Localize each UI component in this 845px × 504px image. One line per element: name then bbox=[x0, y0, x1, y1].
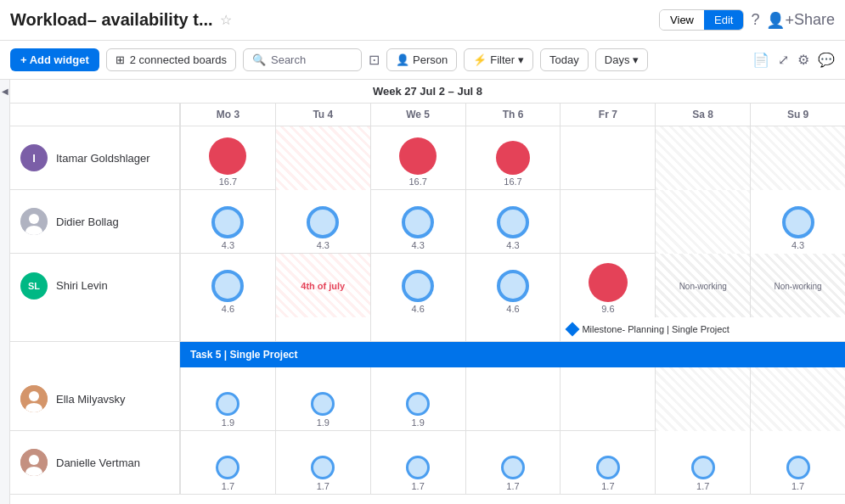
copy-icon[interactable]: ⊡ bbox=[369, 52, 380, 68]
milestone-grid: Milestone- Planning | Single Project bbox=[180, 317, 845, 341]
person-name-danielle: Danielle Vertman bbox=[56, 456, 140, 469]
circle-normal bbox=[211, 206, 244, 238]
cell-didier-mo: 4.3 bbox=[180, 190, 275, 254]
circle-small bbox=[406, 456, 430, 479]
circle-normal bbox=[782, 206, 814, 238]
settings-icon[interactable]: ⚙ bbox=[797, 52, 809, 68]
circle-small bbox=[216, 456, 239, 479]
cell-danielle-tu: 1.7 bbox=[275, 431, 370, 495]
ms-cell-fr-span: Milestone- Planning | Single Project bbox=[560, 317, 845, 341]
cell-itamar-su bbox=[750, 126, 845, 190]
cell-ella-th bbox=[465, 367, 561, 431]
cell-itamar-th: 16.7 bbox=[465, 126, 561, 190]
cell-itamar-tu bbox=[275, 126, 370, 190]
task-bar: Task 5 | Single Project bbox=[180, 342, 845, 367]
cell-itamar-mo: 16.7 bbox=[180, 126, 275, 190]
day-header-mo: Mo 3 bbox=[180, 104, 275, 126]
favorite-icon[interactable]: ☆ bbox=[220, 12, 232, 28]
search-box[interactable]: 🔍 Search bbox=[243, 48, 362, 71]
person-row-itamar: I Itamar Goldshlager 16.7 16.7 bbox=[10, 126, 845, 190]
cell-value: 4.3 bbox=[506, 240, 519, 250]
share-button[interactable]: 👤+ Share bbox=[766, 11, 835, 30]
export-icon[interactable]: 📄 bbox=[752, 52, 769, 68]
cell-danielle-th: 1.7 bbox=[465, 431, 561, 495]
days-selector[interactable]: Days ▾ bbox=[595, 48, 649, 71]
main-area: ◀ Week 27 Jul 2 – Jul 8 Mo 3 Tu 4 We 5 T… bbox=[0, 80, 845, 504]
collapse-icon: ◀ bbox=[2, 87, 8, 96]
toolbar-icons: 📄 ⤢ ⚙ 💬 bbox=[752, 52, 835, 68]
circle-small bbox=[501, 456, 525, 479]
circle-small bbox=[691, 456, 715, 479]
circle-overload bbox=[209, 137, 246, 175]
cell-value: 1.7 bbox=[601, 481, 614, 491]
cell-value: 16.7 bbox=[219, 176, 237, 187]
cell-value: 4.3 bbox=[222, 240, 234, 250]
shiri-main-row: SL Shiri Levin 4.6 4th of july bbox=[10, 254, 845, 317]
person-icon: 👤 bbox=[396, 53, 409, 66]
cell-didier-we: 4.3 bbox=[370, 190, 465, 254]
person-filter-button[interactable]: 👤 Person bbox=[386, 48, 457, 71]
cell-itamar-we: 16.7 bbox=[370, 126, 465, 190]
day-header-we: We 5 bbox=[370, 104, 465, 126]
cell-ella-fr bbox=[560, 367, 655, 431]
cell-didier-th: 4.3 bbox=[465, 190, 561, 254]
connected-boards-button[interactable]: ⊞ 2 connected boards bbox=[106, 48, 236, 71]
cell-shiri-su: Non-working bbox=[750, 254, 845, 317]
cell-danielle-we: 1.7 bbox=[370, 431, 465, 495]
person-row-shiri: SL Shiri Levin 4.6 4th of july bbox=[10, 254, 845, 342]
share-icon: 👤+ bbox=[766, 11, 794, 30]
top-bar: Workload– availability t... ☆ View Edit … bbox=[0, 0, 845, 41]
top-bar-right: View Edit ? 👤+ Share bbox=[659, 9, 835, 31]
cell-value: 4.3 bbox=[411, 240, 424, 250]
today-button[interactable]: Today bbox=[540, 48, 589, 71]
week-header: Week 27 Jul 2 – Jul 8 bbox=[10, 80, 845, 104]
circle-small bbox=[786, 456, 810, 479]
cell-value: 1.7 bbox=[317, 481, 330, 491]
circle-small bbox=[216, 392, 239, 416]
ms-cell-mo bbox=[180, 317, 275, 341]
circle-normal bbox=[402, 270, 434, 302]
cell-value: 1.9 bbox=[411, 417, 424, 428]
cell-shiri-sa: Non-working bbox=[655, 254, 750, 317]
page-title: Workload– availability t... bbox=[10, 10, 213, 30]
expand-icon[interactable]: ⤢ bbox=[778, 52, 789, 68]
people-header-spacer bbox=[10, 104, 180, 126]
cell-shiri-tu: 4th of july bbox=[275, 254, 370, 317]
add-widget-button[interactable]: + Add widget bbox=[10, 48, 99, 71]
cell-shiri-we: 4.6 bbox=[370, 254, 465, 317]
chat-icon[interactable]: 💬 bbox=[818, 52, 835, 68]
chevron-down-icon: ▾ bbox=[633, 53, 639, 66]
cell-danielle-fr: 1.7 bbox=[560, 431, 655, 495]
cell-danielle-su: 1.7 bbox=[750, 431, 845, 495]
edit-button[interactable]: Edit bbox=[704, 10, 743, 30]
circle-small bbox=[311, 456, 335, 479]
holiday-label: 4th of july bbox=[301, 281, 345, 291]
person-row-didier: Didier Bollag 4.3 4.3 4.3 bbox=[10, 190, 845, 254]
cell-value: 4.6 bbox=[506, 304, 519, 314]
circle-small bbox=[406, 392, 430, 416]
task-bar-row: Task 5 | Single Project bbox=[10, 342, 845, 367]
cell-value: 1.7 bbox=[696, 481, 709, 491]
cell-value: 16.7 bbox=[504, 176, 521, 187]
svg-point-7 bbox=[29, 455, 39, 465]
cell-value: 9.6 bbox=[601, 304, 614, 314]
sidebar-toggle[interactable]: ◀ bbox=[0, 80, 10, 504]
filter-button[interactable]: ⚡ Filter ▾ bbox=[464, 48, 533, 71]
shiri-cells: 4.6 4th of july 4.6 4.6 bbox=[180, 254, 845, 317]
ms-cell-tu bbox=[275, 317, 370, 341]
danielle-cells: 1.7 1.7 1.7 1.7 bbox=[180, 431, 845, 494]
cell-didier-fr bbox=[560, 190, 655, 254]
person-info-shiri: SL Shiri Levin bbox=[10, 254, 180, 317]
view-button[interactable]: View bbox=[660, 10, 704, 30]
task-bar-spacer bbox=[10, 342, 180, 367]
scroll-area[interactable]: I Itamar Goldshlager 16.7 16.7 bbox=[10, 126, 845, 504]
circle-overload bbox=[496, 141, 530, 175]
day-header-th: Th 6 bbox=[465, 104, 561, 126]
help-button[interactable]: ? bbox=[751, 11, 759, 29]
cell-danielle-mo: 1.7 bbox=[180, 431, 275, 495]
cell-value: 1.7 bbox=[411, 481, 424, 491]
filter-icon: ⚡ bbox=[473, 53, 487, 66]
cell-danielle-sa: 1.7 bbox=[655, 431, 750, 495]
person-name-ella: Ella Milyavsky bbox=[56, 393, 126, 406]
day-header-tu: Tu 4 bbox=[275, 104, 370, 126]
